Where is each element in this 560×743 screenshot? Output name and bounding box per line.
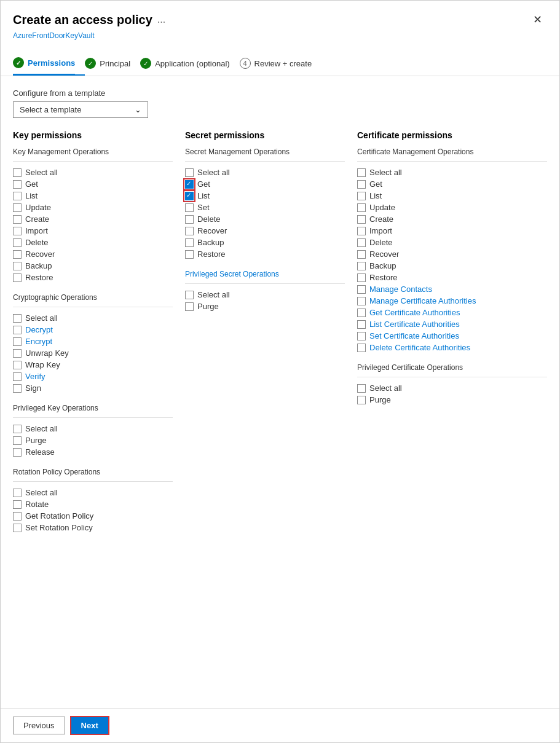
cert-list-cas-checkbox[interactable]	[357, 320, 366, 329]
rot-set-checkbox[interactable]	[13, 524, 22, 532]
key-update-label[interactable]: Update	[25, 203, 51, 212]
key-create-checkbox[interactable]	[13, 215, 22, 224]
cert-list-cas-label[interactable]: List Certificate Authorities	[369, 320, 460, 329]
sec-delete-label[interactable]: Delete	[197, 214, 221, 224]
crypto-sign-checkbox[interactable]	[13, 384, 22, 393]
sec-set-checkbox[interactable]	[185, 203, 194, 212]
cert-manage-cas-label[interactable]: Manage Certificate Authorities	[369, 296, 476, 305]
sec-list-checkbox[interactable]	[185, 192, 194, 200]
crypto-decrypt-checkbox[interactable]	[13, 326, 22, 334]
cert-restore-label[interactable]: Restore	[369, 273, 398, 282]
rot-select-all-label[interactable]: Select all	[25, 488, 58, 497]
sec-restore-label[interactable]: Restore	[197, 250, 226, 259]
key-backup-label[interactable]: Backup	[25, 261, 52, 270]
rot-rotate-checkbox[interactable]	[13, 500, 22, 509]
cert-create-checkbox[interactable]	[357, 215, 366, 224]
previous-button[interactable]: Previous	[13, 717, 65, 734]
cert-manage-contacts-checkbox[interactable]	[357, 285, 366, 294]
cert-backup-label[interactable]: Backup	[369, 261, 396, 270]
sec-list-label[interactable]: List	[197, 191, 210, 200]
sec-select-all-label[interactable]: Select all	[197, 168, 230, 177]
cert-import-checkbox[interactable]	[357, 227, 366, 235]
wizard-step-review[interactable]: 4 Review + create	[240, 53, 322, 75]
rot-rotate-label[interactable]: Rotate	[25, 500, 49, 509]
privkey-release-label[interactable]: Release	[25, 447, 55, 457]
privsec-purge-label[interactable]: Purge	[197, 302, 219, 311]
cert-backup-checkbox[interactable]	[357, 262, 366, 270]
sec-get-checkbox[interactable]	[185, 180, 194, 189]
privkey-select-all-checkbox[interactable]	[13, 425, 22, 433]
cert-manage-contacts-label[interactable]: Manage Contacts	[369, 285, 432, 294]
privkey-purge-checkbox[interactable]	[13, 436, 22, 445]
privcert-select-all-label[interactable]: Select all	[369, 383, 402, 393]
close-button[interactable]: ✕	[528, 10, 547, 29]
cert-restore-checkbox[interactable]	[357, 273, 366, 282]
crypto-verify-label[interactable]: Verify	[25, 372, 45, 381]
sec-backup-checkbox[interactable]	[185, 238, 194, 247]
sec-backup-label[interactable]: Backup	[197, 238, 224, 247]
key-select-all-label[interactable]: Select all	[25, 168, 58, 177]
rot-get-label[interactable]: Get Rotation Policy	[25, 511, 93, 521]
key-update-checkbox[interactable]	[13, 203, 22, 212]
cert-create-label[interactable]: Create	[369, 214, 393, 224]
privcert-select-all-checkbox[interactable]	[357, 384, 366, 393]
crypto-select-all-checkbox[interactable]	[13, 314, 22, 323]
cert-list-label[interactable]: List	[369, 191, 382, 200]
cert-delete-cas-label[interactable]: Delete Certificate Authorities	[369, 343, 470, 352]
wizard-step-application[interactable]: ✓ Application (optional)	[140, 53, 239, 75]
wizard-step-permissions[interactable]: ✓ Permissions	[13, 52, 85, 76]
template-dropdown[interactable]: Select a template ⌄	[13, 101, 148, 118]
crypto-unwrap-checkbox[interactable]	[13, 349, 22, 358]
sec-recover-label[interactable]: Recover	[197, 226, 227, 235]
privsec-purge-checkbox[interactable]	[185, 302, 194, 311]
cert-recover-checkbox[interactable]	[357, 250, 366, 259]
crypto-unwrap-label[interactable]: Unwrap Key	[25, 348, 69, 358]
key-delete-label[interactable]: Delete	[25, 238, 49, 247]
cert-import-label[interactable]: Import	[369, 226, 392, 235]
privkey-select-all-label[interactable]: Select all	[25, 424, 58, 433]
privsec-select-all-checkbox[interactable]	[185, 291, 194, 299]
key-restore-checkbox[interactable]	[13, 273, 22, 282]
next-button[interactable]: Next	[70, 716, 109, 735]
crypto-sign-label[interactable]: Sign	[25, 383, 41, 393]
crypto-select-all-label[interactable]: Select all	[25, 313, 58, 323]
cert-select-all-checkbox[interactable]	[357, 168, 366, 177]
cert-set-cas-label[interactable]: Set Certificate Authorities	[369, 331, 459, 340]
sec-delete-checkbox[interactable]	[185, 215, 194, 224]
key-recover-label[interactable]: Recover	[25, 250, 55, 259]
cert-manage-cas-checkbox[interactable]	[357, 297, 366, 305]
key-backup-checkbox[interactable]	[13, 262, 22, 270]
key-recover-checkbox[interactable]	[13, 250, 22, 259]
sec-get-label[interactable]: Get	[197, 179, 210, 189]
key-select-all-checkbox[interactable]	[13, 168, 22, 177]
cert-set-cas-checkbox[interactable]	[357, 332, 366, 340]
cert-get-label[interactable]: Get	[369, 179, 382, 189]
key-import-label[interactable]: Import	[25, 226, 48, 235]
wizard-step-principal[interactable]: ✓ Principal	[85, 53, 140, 75]
sec-set-label[interactable]: Set	[197, 203, 210, 212]
crypto-decrypt-label[interactable]: Decrypt	[25, 325, 53, 334]
privsec-select-all-label[interactable]: Select all	[197, 290, 230, 299]
crypto-wrap-label[interactable]: Wrap Key	[25, 360, 60, 369]
key-get-checkbox[interactable]	[13, 180, 22, 189]
key-create-label[interactable]: Create	[25, 214, 49, 224]
sec-recover-checkbox[interactable]	[185, 227, 194, 235]
cert-get-cas-checkbox[interactable]	[357, 309, 366, 317]
privcert-purge-checkbox[interactable]	[357, 396, 366, 404]
crypto-verify-checkbox[interactable]	[13, 372, 22, 381]
cert-select-all-label[interactable]: Select all	[369, 168, 402, 177]
cert-list-checkbox[interactable]	[357, 192, 366, 200]
key-restore-label[interactable]: Restore	[25, 273, 53, 282]
privkey-release-checkbox[interactable]	[13, 448, 22, 457]
key-delete-checkbox[interactable]	[13, 238, 22, 247]
dialog-more-button[interactable]: ...	[157, 14, 165, 25]
cert-recover-label[interactable]: Recover	[369, 250, 399, 259]
key-get-label[interactable]: Get	[25, 179, 38, 189]
crypto-encrypt-checkbox[interactable]	[13, 337, 22, 346]
rot-set-label[interactable]: Set Rotation Policy	[25, 523, 93, 532]
cert-delete-cas-checkbox[interactable]	[357, 344, 366, 352]
cert-get-checkbox[interactable]	[357, 180, 366, 189]
sec-select-all-checkbox[interactable]	[185, 168, 194, 177]
key-list-checkbox[interactable]	[13, 192, 22, 200]
key-import-checkbox[interactable]	[13, 227, 22, 235]
